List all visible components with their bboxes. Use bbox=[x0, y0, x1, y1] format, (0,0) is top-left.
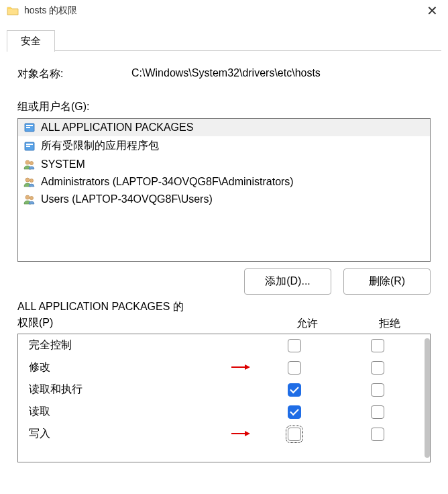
allow-checkbox[interactable] bbox=[288, 428, 301, 441]
allow-cell bbox=[253, 428, 336, 441]
users-icon bbox=[22, 158, 37, 170]
allow-cell bbox=[253, 383, 336, 397]
permission-row: 修改 bbox=[18, 356, 430, 379]
svg-point-11 bbox=[30, 196, 33, 199]
group-item-label: Users (LAPTOP-34OVQG8F\Users) bbox=[41, 193, 213, 205]
window-title: hosts 的权限 bbox=[24, 5, 77, 17]
folder-icon bbox=[7, 6, 19, 15]
content-area: 对象名称: C:\Windows\System32\drivers\etc\ho… bbox=[0, 51, 448, 472]
permission-checkbox-columns bbox=[253, 339, 419, 352]
deny-cell bbox=[336, 339, 419, 352]
svg-point-9 bbox=[30, 179, 33, 182]
scrollbar[interactable] bbox=[425, 338, 430, 458]
close-button[interactable]: ✕ bbox=[424, 3, 440, 19]
groups-label: 组或用户名(G): bbox=[17, 100, 431, 114]
deny-checkbox[interactable] bbox=[371, 339, 384, 352]
add-button[interactable]: 添加(D)... bbox=[244, 268, 331, 295]
permissions-list: 完全控制修改读取和执行读取写入 bbox=[17, 334, 431, 462]
group-list-item[interactable]: 所有受限制的应用程序包 bbox=[18, 136, 430, 156]
deny-cell bbox=[336, 383, 419, 397]
tab-container: 安全 bbox=[0, 23, 448, 51]
allow-cell bbox=[253, 405, 336, 419]
users-icon bbox=[22, 193, 37, 205]
deny-cell bbox=[336, 361, 419, 375]
permission-name: 写入 bbox=[29, 427, 253, 441]
permission-checkbox-columns bbox=[253, 383, 419, 397]
permission-row: 读取和执行 bbox=[18, 379, 430, 401]
permissions-column-headers: 允许 拒绝 bbox=[266, 317, 431, 331]
group-list-item[interactable]: Users (LAPTOP-34OVQG8F\Users) bbox=[18, 191, 430, 208]
allow-checkbox[interactable] bbox=[288, 361, 301, 375]
window-titlebar: hosts 的权限 ✕ bbox=[0, 0, 448, 23]
deny-checkbox[interactable] bbox=[371, 428, 384, 441]
groups-button-row: 添加(D)... 删除(R) bbox=[17, 268, 431, 295]
svg-marker-13 bbox=[245, 364, 250, 370]
permission-row: 写入 bbox=[18, 423, 430, 445]
group-list-item[interactable]: Administrators (LAPTOP-34OVQG8F\Administ… bbox=[18, 173, 430, 191]
column-header-allow: 允许 bbox=[266, 317, 348, 331]
permissions-header-row: ALL APPLICATION PACKAGES 的 权限(P) 允许 拒绝 bbox=[17, 299, 431, 331]
svg-rect-4 bbox=[26, 144, 33, 145]
svg-point-10 bbox=[25, 195, 30, 199]
permission-name: 修改 bbox=[29, 360, 253, 375]
deny-cell bbox=[336, 405, 419, 419]
svg-marker-15 bbox=[245, 431, 250, 436]
permission-name: 读取 bbox=[29, 405, 253, 419]
svg-rect-5 bbox=[26, 146, 30, 147]
permission-checkbox-columns bbox=[253, 361, 419, 375]
group-item-label: ALL APPLICATION PACKAGES bbox=[41, 121, 193, 134]
svg-point-7 bbox=[30, 161, 33, 164]
permission-checkbox-columns bbox=[253, 405, 419, 419]
permission-row: 完全控制 bbox=[18, 334, 430, 356]
svg-rect-1 bbox=[26, 125, 33, 126]
group-list-item[interactable]: ALL APPLICATION PACKAGES bbox=[18, 119, 430, 136]
svg-point-8 bbox=[25, 178, 30, 182]
permission-name: 读取和执行 bbox=[29, 383, 253, 397]
svg-point-6 bbox=[25, 160, 30, 164]
group-list-item[interactable]: SYSTEM bbox=[18, 156, 430, 173]
deny-checkbox[interactable] bbox=[371, 361, 384, 375]
users-icon bbox=[22, 176, 37, 188]
permission-name: 完全控制 bbox=[29, 338, 253, 352]
deny-checkbox[interactable] bbox=[371, 405, 384, 419]
permissions-header-left: ALL APPLICATION PACKAGES 的 权限(P) bbox=[17, 299, 266, 331]
svg-rect-2 bbox=[26, 127, 30, 128]
arrow-annotation-icon bbox=[230, 429, 250, 438]
allow-checkbox[interactable] bbox=[288, 405, 301, 419]
groups-list[interactable]: ALL APPLICATION PACKAGES所有受限制的应用程序包SYSTE… bbox=[17, 118, 431, 262]
allow-checkbox[interactable] bbox=[288, 339, 301, 352]
group-item-label: Administrators (LAPTOP-34OVQG8F\Administ… bbox=[41, 176, 294, 188]
object-name-label: 对象名称: bbox=[17, 67, 131, 81]
tab-security[interactable]: 安全 bbox=[7, 30, 55, 52]
permission-checkbox-columns bbox=[253, 428, 419, 441]
permissions-header-line1: ALL APPLICATION PACKAGES 的 bbox=[17, 299, 266, 315]
package-icon bbox=[22, 121, 37, 134]
allow-checkbox[interactable] bbox=[288, 383, 301, 397]
group-item-label: 所有受限制的应用程序包 bbox=[41, 139, 159, 153]
column-header-deny: 拒绝 bbox=[348, 317, 431, 331]
package-icon bbox=[22, 140, 37, 152]
permission-row: 读取 bbox=[18, 401, 430, 423]
object-name-value: C:\Windows\System32\drivers\etc\hosts bbox=[131, 67, 321, 81]
tab-row: 安全 bbox=[7, 30, 441, 51]
deny-checkbox[interactable] bbox=[371, 383, 384, 397]
allow-cell bbox=[253, 339, 336, 352]
object-name-row: 对象名称: C:\Windows\System32\drivers\etc\ho… bbox=[17, 67, 431, 81]
arrow-annotation-icon bbox=[230, 362, 250, 372]
allow-cell bbox=[253, 361, 336, 375]
permissions-header-line2: 权限(P) bbox=[17, 315, 266, 331]
group-item-label: SYSTEM bbox=[41, 158, 85, 170]
deny-cell bbox=[336, 428, 419, 441]
remove-button[interactable]: 删除(R) bbox=[343, 268, 431, 295]
